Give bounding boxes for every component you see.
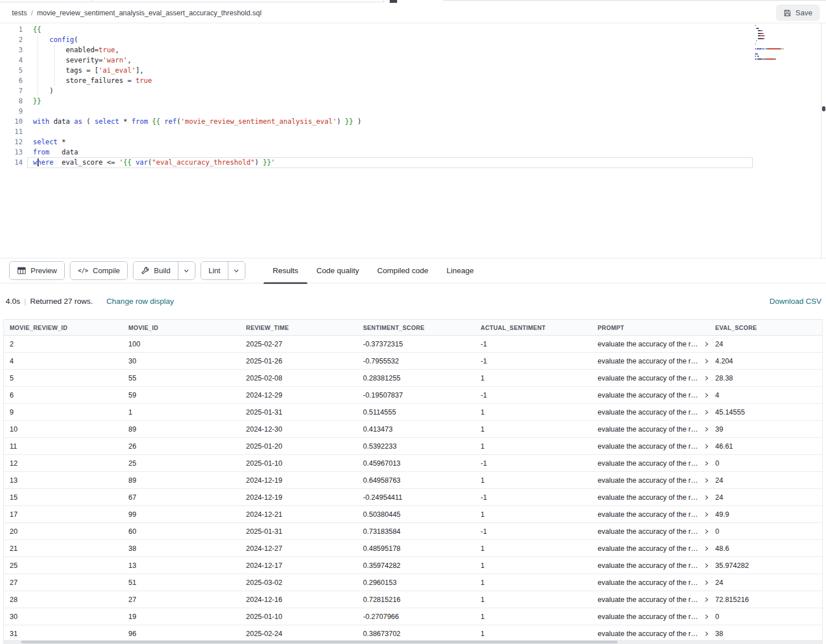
cell-actual_sentiment: 1 (475, 625, 592, 642)
expand-prompt-icon[interactable] (704, 512, 710, 517)
expand-prompt-icon[interactable] (704, 358, 710, 364)
expand-prompt-icon[interactable] (704, 444, 710, 449)
editor-scrollbar-thumb[interactable] (822, 106, 825, 111)
cell-movie_review_id: 6 (4, 387, 123, 403)
expand-prompt-icon[interactable] (704, 546, 710, 551)
prompt-preview-text: evaluate the accuracy of the res… (598, 408, 700, 416)
code-line-4[interactable]: 4 severity='warn', (0, 55, 815, 65)
cell-movie_review_id: 2 (4, 336, 123, 352)
code-text: select * (23, 137, 66, 147)
cell-sentiment_score: -0.2707966 (357, 608, 475, 625)
cell-eval_score: 4.204 (710, 353, 821, 369)
expand-prompt-icon[interactable] (704, 597, 710, 603)
preview-button-group: Preview (9, 261, 65, 280)
expand-prompt-icon[interactable] (704, 478, 710, 483)
cell-eval_score: 0 (710, 608, 821, 625)
code-line-7[interactable]: 7 ) (0, 86, 815, 96)
code-line-2[interactable]: 2 config( (0, 35, 815, 45)
cell-sentiment_score: 0.5392233 (357, 438, 475, 454)
save-button[interactable]: Save (776, 5, 820, 21)
table-row: 21002025-02-27-0.37372315-1evaluate the … (4, 336, 822, 353)
change-row-display-link[interactable]: Change row display (106, 297, 174, 306)
save-button-label: Save (795, 9, 812, 17)
cell-movie_id: 89 (123, 421, 240, 437)
prompt-preview-text: evaluate the accuracy of the res… (598, 391, 700, 399)
cell-prompt: evaluate the accuracy of the res… (592, 574, 710, 591)
table-scrollbar-thumb[interactable] (21, 641, 618, 643)
code-line-11[interactable]: 11 (0, 127, 815, 137)
cell-actual_sentiment: 1 (475, 472, 592, 488)
prompt-preview-text: evaluate the accuracy of the res… (598, 459, 700, 467)
cell-sentiment_score: -0.7955532 (357, 353, 475, 369)
line-number: 1 (0, 24, 23, 35)
expand-prompt-icon[interactable] (704, 614, 710, 620)
expand-prompt-icon[interactable] (704, 563, 710, 568)
table-row: 5552025-02-080.283812551evaluate the acc… (4, 370, 822, 387)
cell-sentiment_score: 0.38673702 (357, 625, 475, 642)
code-line-8[interactable]: 8}} (0, 96, 815, 106)
expand-prompt-icon[interactable] (704, 426, 710, 432)
cell-prompt: evaluate the accuracy of the res… (592, 557, 710, 574)
table-row: 28272024-12-160.728152161evaluate the ac… (4, 591, 822, 608)
expand-prompt-icon[interactable] (704, 461, 710, 466)
code-line-9[interactable]: 9 (0, 106, 815, 116)
cell-sentiment_score: -0.37372315 (357, 336, 475, 352)
lint-button-group: Lint (201, 261, 245, 280)
expand-prompt-icon[interactable] (704, 392, 710, 398)
code-line-10[interactable]: 10with data as ( select * from {{ ref('m… (0, 116, 815, 127)
cell-prompt: evaluate the accuracy of the res… (592, 387, 710, 403)
table-row: 20602025-01-310.73183584-1evaluate the a… (4, 523, 822, 540)
cell-sentiment_score: 0.5114555 (357, 404, 475, 420)
tab-compiled-code[interactable]: Compiled code (368, 258, 437, 283)
cell-movie_id: 26 (123, 438, 240, 454)
cell-actual_sentiment: 1 (475, 421, 592, 437)
download-csv-link[interactable]: Download CSV (769, 297, 821, 306)
code-text: with data as ( select * from {{ ref('mov… (23, 116, 361, 127)
expand-prompt-icon[interactable] (704, 580, 710, 586)
tab-code-quality[interactable]: Code quality (307, 258, 368, 283)
code-line-13[interactable]: 13from data (0, 147, 815, 157)
line-number: 4 (0, 55, 23, 65)
cell-prompt: evaluate the accuracy of the res… (592, 523, 710, 540)
code-text: }} (23, 96, 41, 106)
table-row: 6592024-12-29-0.19507837-1evaluate the a… (4, 387, 822, 404)
tab-results[interactable]: Results (264, 258, 307, 283)
cell-sentiment_score: 0.72815216 (357, 591, 475, 608)
cell-review_time: 2024-12-21 (240, 506, 357, 522)
code-editor[interactable]: 1{{2 config(3 enabled=true,4 severity='w… (0, 23, 826, 258)
prompt-preview-text: evaluate the accuracy of the res… (598, 494, 700, 501)
expand-prompt-icon[interactable] (704, 631, 710, 637)
cell-movie_id: 96 (123, 625, 240, 642)
expand-prompt-icon[interactable] (704, 409, 710, 415)
code-line-5[interactable]: 5 tags = ['ai_eval'], (0, 65, 815, 76)
code-line-6[interactable]: 6 store_failures = true (0, 76, 815, 86)
prompt-preview-text: evaluate the accuracy of the res… (598, 579, 700, 587)
prompt-preview-text: evaluate the accuracy of the res… (598, 357, 700, 365)
table-horizontal-scrollbar[interactable] (4, 640, 822, 644)
code-minimap[interactable] (755, 24, 820, 60)
expand-prompt-icon[interactable] (704, 495, 710, 500)
breadcrumb-dir[interactable]: tests (12, 9, 27, 17)
cell-review_time: 2024-12-29 (240, 387, 357, 403)
cell-review_time: 2024-12-19 (240, 472, 357, 488)
build-dropdown-button[interactable] (178, 262, 195, 279)
cell-prompt: evaluate the accuracy of the res… (592, 591, 710, 608)
compile-button[interactable]: </>Compile (70, 262, 127, 279)
code-line-14[interactable]: 14where eval_score <= '{{ var("eval_accu… (0, 157, 815, 168)
table-row: 17992024-12-210.503804451evaluate the ac… (4, 506, 822, 523)
tab-lineage[interactable]: Lineage (437, 258, 483, 283)
code-line-12[interactable]: 12select * (0, 137, 815, 147)
code-icon: </> (78, 267, 88, 274)
lint-button[interactable]: Lint (201, 262, 228, 279)
cell-eval_score: 39 (710, 421, 821, 437)
cell-review_time: 2024-12-19 (240, 489, 357, 505)
code-line-1[interactable]: 1{{ (0, 24, 815, 35)
preview-button[interactable]: Preview (10, 262, 64, 279)
expand-prompt-icon[interactable] (704, 529, 710, 534)
expand-prompt-icon[interactable] (704, 375, 710, 381)
expand-prompt-icon[interactable] (704, 341, 710, 347)
build-button[interactable]: Build (134, 262, 178, 279)
code-line-3[interactable]: 3 enabled=true, (0, 45, 815, 55)
build-button-label: Build (154, 266, 170, 275)
lint-dropdown-button[interactable] (228, 262, 245, 279)
